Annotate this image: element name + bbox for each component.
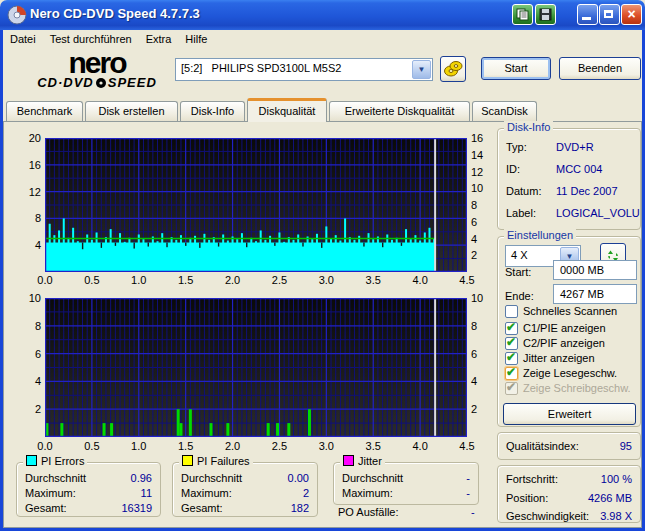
logo-sub-left: CD·DVD — [37, 76, 94, 90]
check-icon: ✔ — [506, 350, 516, 364]
pi-errors-chart — [45, 138, 467, 274]
stats-value: 2 — [303, 487, 309, 499]
menu-item-extra[interactable]: Extra — [139, 30, 179, 47]
progress-value: 4266 MB — [588, 492, 632, 504]
stats-label: Gesamt: — [181, 502, 223, 514]
stats-value: - — [466, 487, 470, 499]
stats-row: Durchschnitt0.00 — [181, 472, 309, 486]
axis-tick: 12 — [471, 166, 491, 178]
checkbox-label: Zeige Schreibgeschw. — [523, 382, 631, 394]
axis-tick: 8 — [471, 199, 491, 211]
nero-logo-text: nero — [17, 50, 177, 76]
axis-tick: 1.5 — [171, 274, 201, 286]
copy-icon[interactable] — [512, 4, 533, 25]
disk-info-value: 11 Dec 2007 — [556, 185, 618, 197]
checkbox-box[interactable]: ✔ — [505, 352, 518, 365]
stats-label: Gesamt: — [25, 502, 67, 514]
drive-select-value: [5:2] PHILIPS SPD3100L M5S2 — [181, 62, 341, 74]
tab-scandisk[interactable]: ScanDisk — [472, 101, 537, 122]
quality-index-panel: Qualitätsindex: 95 — [497, 432, 641, 460]
axis-tick: 20 — [20, 132, 41, 144]
axis-tick: 1.5 — [171, 440, 201, 452]
checkbox-label: Zeige Lesegeschw. — [523, 367, 617, 379]
checkbox-box[interactable]: ✔ — [505, 367, 518, 380]
quit-button[interactable]: Beenden — [559, 57, 641, 80]
nero-logo: nero CD·DVD SPEED — [17, 50, 177, 90]
start-field[interactable]: 0000 MB — [553, 260, 637, 280]
tab-disk-info[interactable]: Disk-Info — [180, 101, 245, 122]
end-field[interactable]: 4267 MB — [553, 284, 637, 304]
axis-tick: 14 — [471, 149, 491, 161]
progress-label: Geschwindigkeit: — [506, 510, 589, 522]
chevron-down-icon[interactable]: ▼ — [412, 60, 431, 79]
close-button[interactable]: × — [621, 4, 642, 25]
checkbox-c2-pif-anzeigen[interactable]: ✔C2/PIF anzeigen — [505, 337, 605, 351]
axis-tick: 2.5 — [264, 274, 294, 286]
stats-label: Durchschnitt — [181, 472, 242, 484]
checkbox-zeige-lesegeschw-[interactable]: ✔Zeige Lesegeschw. — [505, 367, 617, 381]
disk-info-value: MCC 004 — [556, 163, 602, 175]
stats-label: Durchschnitt — [25, 472, 86, 484]
checkbox-box[interactable]: ✔ — [505, 337, 518, 350]
axis-tick: 3.5 — [358, 440, 388, 452]
advanced-button[interactable]: Erweitert — [503, 403, 636, 425]
axis-tick: 8 — [471, 320, 491, 332]
app-icon — [7, 5, 27, 25]
menu-item-datei[interactable]: Datei — [3, 30, 43, 47]
axis-tick: 0.0 — [30, 440, 60, 452]
stats-caption: PI Failures — [179, 455, 253, 467]
stats-row: Durchschnitt0.96 — [25, 472, 152, 486]
menu-item-hilfe[interactable]: Hilfe — [178, 30, 214, 47]
checkbox-box[interactable]: ✔ — [505, 382, 518, 395]
axis-tick: 8 — [20, 212, 41, 224]
minimize-button[interactable] — [577, 4, 598, 25]
axis-tick: 2 — [471, 249, 491, 261]
checkbox-box[interactable] — [505, 305, 518, 318]
axis-tick: 2.0 — [218, 274, 248, 286]
axis-tick: 2.5 — [264, 440, 294, 452]
tab-diskqualität[interactable]: Diskqualität — [247, 98, 327, 122]
disk-info-label: ID: — [506, 163, 520, 175]
axis-tick: 3.0 — [311, 440, 341, 452]
disk-info-label: Typ: — [506, 141, 527, 153]
disk-info-row: Label:LOGICAL_VOLU — [506, 207, 632, 221]
stats-row: Maximum:- — [342, 487, 470, 501]
maximize-button[interactable] — [599, 4, 620, 25]
stats-group-pi-failures: PI FailuresDurchschnitt0.00Maximum:2Gesa… — [172, 462, 318, 517]
checkbox-label: Jitter anzeigen — [523, 352, 595, 364]
stats-caption: Jitter — [340, 455, 385, 467]
axis-tick: 4.0 — [405, 440, 435, 452]
window-title: Nero CD-DVD Speed 4.7.7.3 — [30, 6, 200, 21]
checkbox-box[interactable]: ✔ — [505, 322, 518, 335]
stats-caption: PI Errors — [23, 455, 87, 467]
tab-disk-erstellen[interactable]: Disk erstellen — [85, 101, 178, 122]
header: nero CD·DVD SPEED [5:2] PHILIPS SPD3100L… — [3, 49, 642, 97]
start-field-label: Start: — [505, 266, 531, 278]
tab-benchmark[interactable]: Benchmark — [6, 101, 83, 122]
minimize-icon — [582, 17, 591, 20]
disc-info-button[interactable] — [440, 56, 466, 82]
progress-row: Geschwindigkeit:3.98 X — [506, 510, 632, 524]
axis-tick: 2 — [20, 403, 41, 415]
tab-erweiterte-diskqualität[interactable]: Erweiterte Diskqualität — [329, 101, 470, 122]
axis-tick: 16 — [20, 159, 41, 171]
title-bar[interactable]: Nero CD-DVD Speed 4.7.7.3 × — [0, 0, 645, 30]
checkbox-jitter-anzeigen[interactable]: ✔Jitter anzeigen — [505, 352, 595, 366]
save-icon[interactable] — [535, 4, 556, 25]
checkbox-c1-pie-anzeigen[interactable]: ✔C1/PIE anzeigen — [505, 322, 606, 336]
start-button[interactable]: Start — [481, 57, 551, 80]
drive-select[interactable]: [5:2] PHILIPS SPD3100L M5S2 ▼ — [175, 58, 433, 81]
axis-tick: 1.0 — [124, 440, 154, 452]
menu-item-test-durchführen[interactable]: Test durchführen — [43, 30, 139, 47]
menu-bar: DateiTest durchführenExtraHilfe — [3, 30, 642, 49]
checkbox-zeige-schreibgeschw-[interactable]: ✔Zeige Schreibgeschw. — [505, 382, 631, 396]
stats-row: Maximum:11 — [25, 487, 152, 501]
po-failures-label: PO Ausfälle: — [338, 506, 399, 518]
axis-tick: 2 — [471, 403, 491, 415]
progress-row: Fortschritt:100 % — [506, 473, 632, 487]
checkbox-schnelles-scannen[interactable]: Schnelles Scannen — [505, 305, 617, 319]
po-failures-value: - — [471, 506, 475, 518]
axis-tick: 0.5 — [77, 440, 107, 452]
checkbox-label: Schnelles Scannen — [523, 305, 617, 317]
disk-info-value: DVD+R — [556, 141, 594, 153]
